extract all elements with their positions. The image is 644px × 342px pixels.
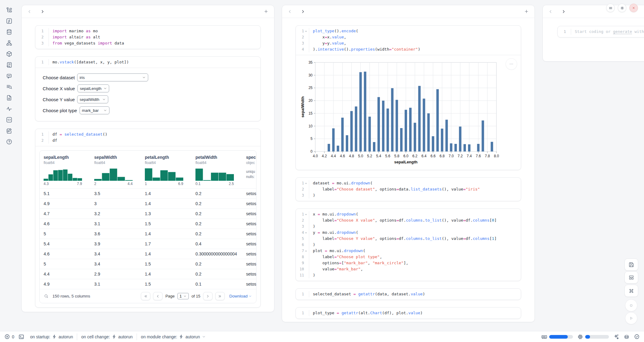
on-startup-setting[interactable]: on startup: autorun xyxy=(30,334,73,339)
sidebar-item-file-text[interactable] xyxy=(6,94,13,101)
fold-chevron-icon[interactable] xyxy=(305,231,307,234)
chevron-down-icon xyxy=(103,87,107,90)
sidebar-item-database[interactable] xyxy=(6,29,13,35)
code-editor[interactable]: x = mo.ui.dropdown( label="Choose X valu… xyxy=(309,211,497,278)
sidebar-item-package[interactable] xyxy=(6,51,13,57)
fold-chevron-icon[interactable] xyxy=(305,213,307,216)
connection-status-indicator[interactable] xyxy=(634,334,640,340)
sidebar-item-scroll-text[interactable] xyxy=(6,62,13,68)
selected-dataset-cell[interactable]: 1selected_dataset = getattr(data, datase… xyxy=(295,288,521,300)
settings-button[interactable] xyxy=(618,4,626,12)
cpu-icon xyxy=(577,334,583,340)
empty-cell[interactable]: 1 Start coding or generate with AI xyxy=(557,26,644,37)
code-editor[interactable]: selected_dataset = getattr(data, dataset… xyxy=(309,291,425,297)
stop-kernel-button[interactable] xyxy=(625,299,637,312)
dropdown-choose-x-value[interactable]: sepalLength xyxy=(77,84,109,92)
on-module-change-setting[interactable]: on module change: autorun xyxy=(141,334,206,339)
terminal-button[interactable] xyxy=(18,334,24,340)
column-header-sepalWidth[interactable]: sepalWidth float6424.4 xyxy=(90,155,141,186)
sidebar-item-bot-message[interactable] xyxy=(6,73,13,79)
sidebar-item-search-list[interactable] xyxy=(6,84,13,90)
run-all-button[interactable] xyxy=(625,312,637,324)
bar-chart[interactable]: 4.0 4.2 4.4 4.6 4.8 5.0 5.2 5.4 5.6 5.8 … xyxy=(300,59,501,166)
sidebar-item-activity[interactable] xyxy=(6,105,13,112)
ai-assist-button[interactable] xyxy=(613,334,619,340)
generate-with-ai-link[interactable]: generate xyxy=(613,29,632,34)
download-button[interactable]: Download xyxy=(229,294,252,298)
add-column-button[interactable] xyxy=(263,9,269,14)
code-editor[interactable]: import marimo as moimport altair as altf… xyxy=(49,28,124,46)
table-cell: 0.1 xyxy=(191,282,242,287)
add-column-button[interactable] xyxy=(524,9,529,14)
table-row[interactable]: 4.42.91.40.2setos xyxy=(40,269,256,279)
page-number-select[interactable]: 1 xyxy=(177,293,189,299)
chart-options-button[interactable] xyxy=(506,58,517,70)
sidebar-item-network[interactable] xyxy=(6,40,13,46)
column-back-button[interactable] xyxy=(548,9,553,14)
chevron-down-icon xyxy=(142,76,146,79)
save-button[interactable] xyxy=(624,258,638,271)
column-forward-button[interactable] xyxy=(561,9,566,14)
sidebar-item-code-snippet[interactable] xyxy=(6,116,13,123)
close-icon xyxy=(631,6,636,10)
dataset-dropdown-cell[interactable]: 123dataset = mo.ui.dropdown( label="Choo… xyxy=(295,177,521,201)
table-row[interactable]: 5.13.51.40.2setos xyxy=(40,188,256,198)
table-row[interactable]: 4.63.11.50.2setos xyxy=(40,219,256,229)
table-row[interactable]: 5.43.91.70.4setos xyxy=(40,239,256,249)
dataframe-cell[interactable]: 12df = selected_dataset()dfsepalLength f… xyxy=(35,129,261,308)
fold-chevron-icon[interactable] xyxy=(305,250,307,252)
column-header-petalLength[interactable]: petalLength float6416.9 xyxy=(141,155,191,186)
sidebar-item-notebook-pen[interactable] xyxy=(6,127,13,134)
dropdown-choose-y-value[interactable]: sepalWidth xyxy=(77,95,108,103)
table-row[interactable]: 4.63.41.40.3000000000000004setos xyxy=(40,249,256,259)
code-editor[interactable]: plot_type().encode( x=x.value, y=y.value… xyxy=(309,28,420,52)
next-page-button[interactable] xyxy=(203,292,213,300)
column-header-sepalLength[interactable]: sepalLength float644.37.9 xyxy=(40,155,90,186)
network-icon xyxy=(6,40,13,46)
plot-chart-cell[interactable]: 1234plot_type().encode( x=x.value, y=y.v… xyxy=(295,25,521,170)
keyboard-shortcuts-button[interactable] xyxy=(624,285,638,297)
fold-chevron-icon[interactable] xyxy=(305,182,307,185)
first-page-button[interactable] xyxy=(141,292,150,300)
column-header-speci[interactable]: speci objecuniqunulls: xyxy=(242,155,256,186)
error-count-indicator[interactable]: 0 xyxy=(4,334,14,340)
fold-chevron-icon[interactable] xyxy=(305,30,307,33)
column-back-button[interactable] xyxy=(27,9,32,14)
xy-plot-dropdowns-cell[interactable]: 1234567891011x = mo.ui.dropdown( label="… xyxy=(295,208,521,281)
table-row[interactable]: 4.93.11.50.1setos xyxy=(40,279,256,289)
code-editor[interactable]: df = selected_dataset()df xyxy=(49,131,107,144)
column-back-button[interactable] xyxy=(288,9,292,14)
column-header-petalWidth[interactable]: petalWidth float640.12.5 xyxy=(191,155,242,186)
code-editor[interactable]: mo.vstack([dataset, x, y, plot]) xyxy=(49,59,129,65)
column-name: petalWidth xyxy=(195,155,242,160)
notebook-menu-button[interactable] xyxy=(606,4,615,12)
table-row[interactable]: 4.931.40.2setos xyxy=(40,198,256,208)
table-search-button[interactable] xyxy=(44,294,48,298)
layout-toggle-button[interactable] xyxy=(624,271,638,283)
dropdown-choose-dataset[interactable]: iris xyxy=(77,73,148,81)
sidebar-item-function-square[interactable] xyxy=(6,18,13,24)
column-forward-button[interactable] xyxy=(40,9,45,14)
close-button[interactable] xyxy=(629,4,638,12)
sidebar-item-help-circle[interactable] xyxy=(6,138,13,145)
table-row[interactable]: 53.41.50.2setos xyxy=(40,259,256,269)
last-page-button[interactable] xyxy=(215,292,225,300)
table-cell: 4.6 xyxy=(40,221,90,226)
code-editor[interactable]: dataset = mo.ui.dropdown( label="Choose … xyxy=(309,180,480,198)
previous-page-button[interactable] xyxy=(153,292,163,300)
table-row[interactable]: 4.73.21.30.2setos xyxy=(40,208,256,219)
table-header-row: sepalLength float644.37.9sepalWidth floa… xyxy=(40,151,256,188)
column-forward-button[interactable] xyxy=(300,9,305,14)
sidebar-item-file-tree[interactable] xyxy=(6,7,13,13)
control-label: Choose X value xyxy=(43,86,75,91)
plot-type-cell[interactable]: 1plot_type = getattr(alt.Chart(df), plot… xyxy=(295,307,521,319)
table-cell: 3.4 xyxy=(90,262,141,266)
code-editor-placeholder[interactable]: Start coding or generate with AI xyxy=(571,29,644,35)
on-cell-change-setting[interactable]: on cell change: autorun xyxy=(81,334,133,339)
dropdown-choose-plot-type[interactable]: mark_bar xyxy=(80,106,109,114)
vstack-cell[interactable]: 1mo.vstack([dataset, x, y, plot])Choose … xyxy=(35,56,261,121)
imports-cell[interactable]: 123import marimo as moimport altair as a… xyxy=(35,25,261,49)
copilot-status-button[interactable] xyxy=(624,334,630,340)
code-editor[interactable]: plot_type = getattr(alt.Chart(df), plot.… xyxy=(309,310,423,316)
table-row[interactable]: 53.61.40.2setos xyxy=(40,229,256,239)
